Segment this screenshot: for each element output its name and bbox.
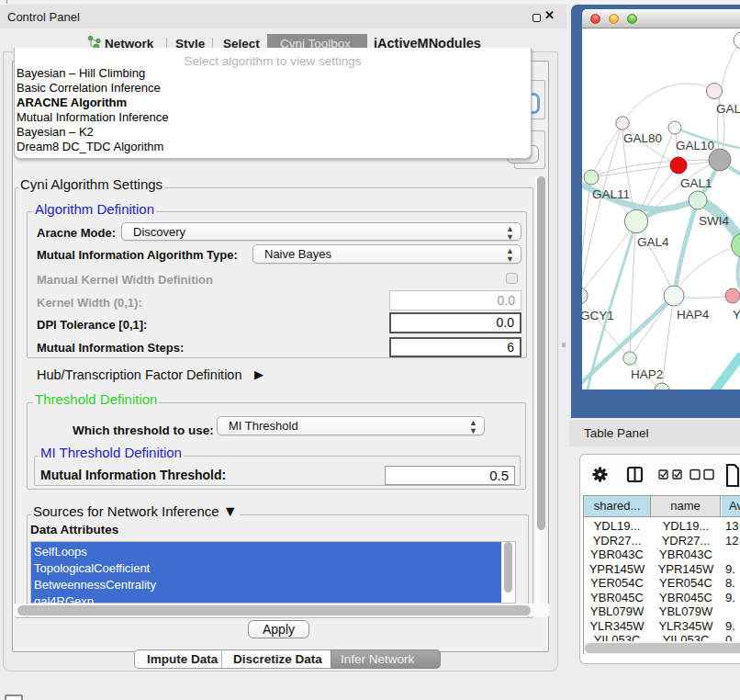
svg-text:GAL10: GAL10 [676, 139, 714, 152]
svg-text:Y: Y [733, 308, 740, 322]
svg-text:SWI4: SWI4 [699, 214, 729, 228]
svg-text:HAP2: HAP2 [631, 367, 663, 381]
svg-text:HAP4: HAP4 [677, 308, 710, 322]
svg-text:GAL80: GAL80 [623, 131, 662, 145]
svg-text:GAL: GAL [716, 102, 740, 116]
svg-text:GAL1: GAL1 [680, 176, 712, 190]
svg-text:GAL11: GAL11 [592, 187, 630, 201]
svg-text:GAL4: GAL4 [637, 235, 669, 249]
svg-text:GCY1: GCY1 [582, 309, 614, 322]
